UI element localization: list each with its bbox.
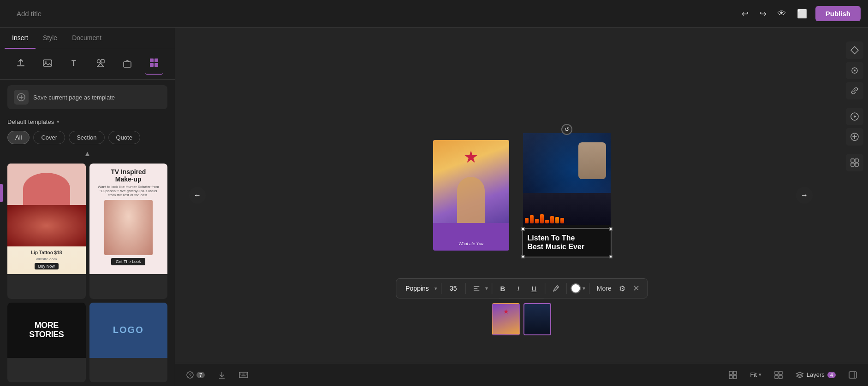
topbar-actions: ↩ ↪ 👁 ⬜ Publish bbox=[739, 6, 861, 22]
template-card-logo[interactable]: LOGO bbox=[89, 303, 168, 383]
svg-rect-18 bbox=[851, 163, 854, 166]
nav-arrow-right[interactable]: → bbox=[796, 187, 813, 204]
svg-line-23 bbox=[556, 287, 558, 288]
divider-5 bbox=[566, 283, 567, 294]
rt-diamond-btn[interactable] bbox=[846, 41, 863, 59]
underline-button[interactable]: U bbox=[527, 281, 541, 295]
undo-button[interactable]: ↩ bbox=[739, 6, 751, 22]
tv-cta-btn[interactable]: Get The Look bbox=[111, 258, 145, 265]
keyboard-icon-btn[interactable] bbox=[235, 370, 252, 380]
rt-link-btn[interactable] bbox=[846, 82, 863, 99]
color-dropdown-btn[interactable]: ▾ bbox=[583, 285, 585, 292]
filter-pills: All Cover Section Quote bbox=[0, 127, 175, 148]
mixer-knob-2 bbox=[530, 215, 534, 223]
font-color-btn[interactable] bbox=[571, 283, 581, 293]
collapse-button[interactable]: ▲ bbox=[84, 150, 91, 158]
filter-all[interactable]: All bbox=[7, 131, 30, 144]
selection-handle-tl[interactable] bbox=[521, 227, 525, 231]
card-logo-content: LOGO bbox=[89, 303, 168, 358]
topbar: Add title ↩ ↪ 👁 ⬜ Publish bbox=[0, 0, 868, 28]
save-template-btn[interactable]: Save current page as template bbox=[7, 85, 167, 109]
download-icon-btn[interactable] bbox=[214, 369, 230, 381]
stories-text: MORESTORIES bbox=[29, 321, 64, 339]
mixer-knob-4 bbox=[540, 214, 544, 223]
eyedropper-button[interactable] bbox=[549, 281, 563, 295]
grid-icon-btn[interactable] bbox=[145, 54, 163, 75]
italic-button[interactable]: I bbox=[511, 281, 525, 295]
shapes-icon-btn[interactable] bbox=[92, 54, 109, 74]
filter-section[interactable]: Section bbox=[69, 131, 104, 144]
selection-handle-br[interactable] bbox=[609, 255, 612, 258]
upload-icon-btn[interactable] bbox=[12, 54, 30, 74]
help-icon-btn[interactable]: ? 7 bbox=[183, 369, 208, 380]
rt-plus-btn[interactable] bbox=[846, 128, 863, 146]
format-bar: Poppins ▾ 35 ▾ B I U bbox=[396, 278, 648, 298]
layers-button[interactable]: Layers 4 bbox=[792, 369, 839, 381]
rt-grid-btn[interactable] bbox=[846, 154, 863, 171]
page-2-heading-line1: Listen To The bbox=[528, 234, 606, 242]
rt-play-btn[interactable] bbox=[846, 108, 863, 125]
template-card-lip-tattoo[interactable]: Lip Tattoo $18 wix‍site.com Buy Now bbox=[7, 164, 86, 299]
redo-button[interactable]: ↪ bbox=[757, 6, 769, 22]
card-lip-content: Lip Tattoo $18 wix‍site.com Buy Now bbox=[7, 164, 86, 274]
filter-quote[interactable]: Quote bbox=[108, 131, 140, 144]
format-dropdown-icon: ▾ bbox=[434, 286, 437, 292]
divider-4 bbox=[545, 283, 545, 294]
close-format-bar-btn[interactable]: ✕ bbox=[631, 281, 642, 295]
font-size-input[interactable]: 35 bbox=[445, 283, 462, 294]
rotate-handle[interactable]: ↺ bbox=[561, 124, 572, 135]
preview-button[interactable]: 👁 bbox=[775, 6, 789, 21]
divider-3 bbox=[492, 283, 492, 294]
default-templates-label: Default templates bbox=[7, 118, 54, 125]
svg-rect-16 bbox=[851, 159, 854, 162]
full-grid-view-btn[interactable] bbox=[771, 369, 786, 381]
tv-img bbox=[104, 200, 153, 255]
page-thumbnail-1[interactable] bbox=[492, 303, 520, 335]
tab-style[interactable]: Style bbox=[36, 28, 65, 49]
tab-document[interactable]: Document bbox=[65, 28, 109, 49]
page-2-text-box[interactable]: Listen To The Best Music Ever bbox=[522, 228, 612, 257]
more-options-btn[interactable]: More bbox=[593, 283, 615, 294]
canvas-page-1[interactable]: ★ What ate You bbox=[433, 140, 509, 251]
grid-view-btn[interactable] bbox=[725, 369, 741, 381]
lip-site-label: wix‍site.com bbox=[36, 257, 57, 261]
svg-point-2 bbox=[45, 61, 47, 63]
zoom-fit-dropdown[interactable]: Fit ▾ bbox=[746, 369, 765, 380]
template-card-more-stories[interactable]: MORESTORIES bbox=[7, 303, 86, 383]
lip-buy-btn[interactable]: Buy Now bbox=[35, 263, 59, 269]
page-thumbnail-2[interactable] bbox=[523, 303, 551, 335]
template-card-tv-makeup[interactable]: TV InspiredMake-up Want to look like Hun… bbox=[89, 164, 168, 299]
page-1-text: What ate You bbox=[433, 241, 509, 246]
settings-button[interactable]: ⚙ bbox=[617, 282, 627, 295]
share-button[interactable]: ⬜ bbox=[794, 6, 810, 22]
card-lip-top bbox=[7, 164, 86, 205]
bottom-right-controls: Fit ▾ Lay bbox=[725, 369, 861, 381]
layers-count-badge: 4 bbox=[827, 372, 836, 378]
pages-container: ★ What ate You bbox=[433, 133, 611, 257]
filter-cover[interactable]: Cover bbox=[33, 131, 65, 144]
sidebar-toggle-btn[interactable] bbox=[845, 369, 861, 381]
right-toolbar bbox=[841, 37, 868, 176]
tab-insert[interactable]: Insert bbox=[5, 28, 36, 49]
align-dropdown-btn[interactable]: ▾ bbox=[485, 285, 488, 292]
svg-rect-8 bbox=[155, 58, 158, 62]
text-icon-btn[interactable]: T bbox=[65, 54, 83, 74]
page-2-dj-arm bbox=[578, 142, 606, 179]
bag-icon-btn[interactable] bbox=[119, 54, 136, 74]
default-templates-section: Default templates ▾ bbox=[0, 115, 175, 127]
image-icon-btn[interactable] bbox=[39, 54, 56, 74]
svg-point-4 bbox=[97, 60, 101, 63]
publish-button[interactable]: Publish bbox=[815, 6, 861, 21]
selection-handle-tr[interactable] bbox=[609, 227, 612, 231]
selection-handle-bl[interactable] bbox=[521, 255, 525, 258]
canvas-area: ← → ★ What ate You bbox=[175, 28, 868, 386]
canvas-page-2[interactable]: ↺ Listen To The Best Music Ever bbox=[523, 133, 611, 257]
bold-button[interactable]: B bbox=[496, 281, 510, 295]
nav-arrow-left[interactable]: ← bbox=[189, 187, 206, 204]
fit-label: Fit bbox=[750, 371, 756, 378]
svg-rect-42 bbox=[849, 372, 856, 378]
align-button[interactable] bbox=[470, 281, 483, 295]
rt-circlearrow-btn[interactable] bbox=[846, 62, 863, 79]
font-family-select[interactable]: Poppins bbox=[402, 283, 433, 294]
card-tv-content: TV InspiredMake-up Want to look like Hun… bbox=[89, 164, 168, 274]
